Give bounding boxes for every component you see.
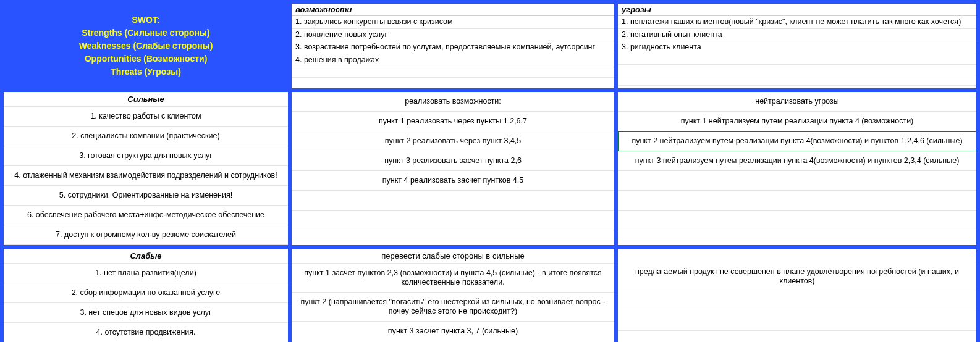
cell-highlighted: пункт 2 нейтрализуем путем реализации пу… [618, 131, 976, 151]
threats-block: угрозы 1. неплатежи наших клиентов(новый… [618, 4, 976, 88]
opportunities-title: возможности [292, 4, 614, 16]
list-item: 2. появление новых услуг [292, 29, 614, 42]
list-item [292, 67, 614, 78]
list-item: 1. качество работы с клиентом [4, 107, 288, 127]
cell: пункт 3 реализовать засчет пункта 2,6 [292, 151, 614, 171]
weaknesses-title: Слабые [4, 249, 288, 264]
st-title: нейтрализовать угрозы [618, 92, 976, 112]
st-block: нейтрализовать угрозы пункт 1 нейтрализу… [618, 92, 976, 245]
list-item: 4. отлаженный механизм взаимодействия по… [4, 166, 288, 186]
cell [618, 331, 976, 343]
list-item: 3. возрастание потребностей по услугам, … [292, 41, 614, 54]
cell [292, 191, 614, 211]
so-block: реализовать возможности: пункт 1 реализо… [292, 92, 614, 245]
list-item: 3. нет спецов для новых видов услуг [4, 303, 288, 323]
strengths-title: Сильные [4, 92, 288, 107]
cell: пункт 2 (напрашивается "погасить" его ше… [292, 293, 614, 322]
cell [618, 291, 976, 311]
cell [618, 191, 976, 211]
cell: пункт 1 нейтрализуем путем реализации пу… [618, 112, 976, 131]
list-item [618, 65, 976, 75]
cell: пункт 4 реализовать засчет пунтков 4,5 [292, 171, 614, 191]
threats-title: угрозы [618, 4, 976, 16]
cell [292, 211, 614, 230]
list-item: 7. доступ к огромному кол-ву резюме соис… [4, 225, 288, 245]
swot-strengths-label: Strengths (Сильные стороны) [4, 27, 288, 40]
cell: пункт 3 засчет пункта 3, 7 (сильные) [292, 322, 614, 341]
list-item: 1. закрылись конкуренты всвязи с кризисо… [292, 16, 614, 29]
cell: пункт 2 реализовать через пункт 3,4,5 [292, 131, 614, 151]
list-item: 2. сбор информации по оказанной услуге [4, 283, 288, 303]
swot-title: SWOT: [4, 14, 288, 27]
wo-title: перевести слабые стороны в сильные [292, 249, 614, 264]
cell: пункт 1 реализовать через пункты 1,2,6,7 [292, 112, 614, 131]
swot-weaknesses-label: Weaknesses (Слабые стороны) [4, 40, 288, 52]
list-item: 3. ригидность клиента [618, 41, 976, 54]
list-item: 4. отсутствие продвижения. [4, 323, 288, 343]
so-title: реализовать возможности: [292, 92, 614, 112]
cell: пункт 3 нейтрализуем путем реализации пу… [618, 151, 976, 171]
list-item: 2. негативный опыт клиента [618, 29, 976, 42]
wt-title [618, 249, 976, 262]
list-item [618, 75, 976, 86]
list-item: 6. обеспечение рабочего места+инфо-метод… [4, 206, 288, 225]
wt-block: предлагаемый продукт не совершенен в пла… [618, 249, 976, 343]
list-item: 2. специалисты компании (практические) [4, 127, 288, 146]
swot-grid: SWOT: Strengths (Сильные стороны) Weakne… [0, 0, 980, 342]
swot-threats-label: Threats (Угрозы) [4, 65, 288, 78]
swot-header: SWOT: Strengths (Сильные стороны) Weakne… [4, 4, 288, 88]
list-item: 1. неплатежи наших клиентов(новый "кризи… [618, 16, 976, 29]
cell: предлагаемый продукт не совершенен в пла… [618, 262, 976, 291]
wo-block: перевести слабые стороны в сильные пункт… [292, 249, 614, 343]
list-item [292, 78, 614, 88]
cell [618, 211, 976, 230]
list-item: 5. сотрудники. Ориентированные на измене… [4, 186, 288, 206]
list-item [618, 54, 976, 65]
strengths-block: Сильные 1. качество работы с клиентом 2.… [4, 92, 288, 245]
opportunities-block: возможности 1. закрылись конкуренты всвя… [292, 4, 614, 88]
list-item: 4. решения в продажах [292, 54, 614, 67]
cell [618, 171, 976, 191]
cell: пункт 1 засчет пунктов 2,3 (возможности)… [292, 264, 614, 293]
swot-opportunities-label: Opportunities (Возможности) [4, 52, 288, 65]
weaknesses-block: Слабые 1. нет плана развития(цели) 2. сб… [4, 249, 288, 343]
list-item: 3. готовая структура для новых услуг [4, 146, 288, 166]
cell [618, 311, 976, 331]
list-item: 1. нет плана развития(цели) [4, 264, 288, 283]
